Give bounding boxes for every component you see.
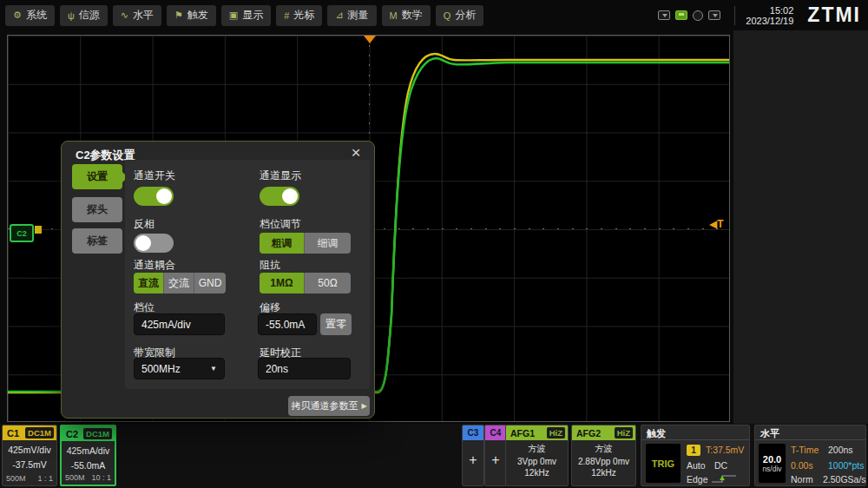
c2-ground-marker[interactable]: C2 [10, 224, 34, 242]
menu-source[interactable]: ψ信源 [60, 5, 108, 26]
menu-trigger-label: 触发 [187, 8, 208, 23]
channel2-bandwidth: 500M [65, 473, 85, 482]
timebase-unit: ns/div [762, 465, 781, 473]
fine-option[interactable]: 细调 [305, 233, 351, 254]
arrow-right-icon: ▶ [361, 402, 366, 410]
math-icon: M [390, 10, 398, 21]
afg1-frequency: 12kHz [506, 468, 568, 478]
trigger-panel[interactable]: 触发 TRIG 1 Auto Edge T:37.5mV DC [641, 425, 750, 486]
fifty-ohm-option[interactable]: 50Ω [305, 273, 351, 293]
menu-analyze-label: 分析 [455, 8, 476, 23]
antenna-icon: ψ [68, 10, 75, 21]
channel3-id: C3 [463, 425, 483, 440]
trigger-coupling: DC [714, 460, 727, 471]
cursor-grid-icon: # [284, 10, 289, 21]
flag-icon: ⚑ [174, 10, 183, 21]
menu-cursor-label: 光标 [293, 8, 314, 23]
deskew-input[interactable]: 20ns [258, 358, 351, 379]
scale-input[interactable]: 425mA/div [134, 313, 225, 335]
channel3-add-button[interactable]: + [463, 452, 483, 468]
mouse-icon[interactable] [693, 10, 703, 21]
afg2-waveform: 方波 [572, 443, 635, 455]
afg1-box[interactable]: AFG1 HiZ 方波 3Vpp 0mv 12kHz [505, 425, 569, 486]
waveform-icon: ∿ [121, 10, 128, 21]
horizontal-panel-title: 水平 [755, 425, 865, 440]
one-megohm-option[interactable]: 1MΩ [260, 273, 305, 293]
channel-switch-label: 通道开关 [134, 168, 175, 183]
menu-measure-label: 测量 [348, 8, 369, 23]
brand-logo: ZTMI [807, 3, 861, 27]
afg2-frequency: 12kHz [572, 468, 635, 478]
menu-source-label: 信源 [79, 8, 100, 23]
channel-display-toggle[interactable] [260, 187, 299, 206]
channel1-box[interactable]: C1 DC1M 425mV/div -37.5mV 500M 1 : 1 [2, 425, 57, 486]
tab-probe[interactable]: 探头 [72, 197, 122, 222]
coarse-option[interactable]: 粗调 [260, 233, 305, 254]
dc-option[interactable]: 直流 [134, 273, 164, 293]
toggle-knob [282, 188, 298, 204]
afg1-mode-badge: HiZ [547, 427, 565, 439]
afg2-box[interactable]: AFG2 HiZ 方波 2.88Vpp 0mv 12kHz [571, 425, 636, 486]
timebase-box: 20.0 ns/div [759, 444, 786, 483]
dialog-content: 通道开关 通道显示 反相 档位调节 粗调 细调 通道耦合 直流 交流 GND 阻… [125, 160, 370, 389]
impedance-segment: 1MΩ 50Ω [260, 273, 351, 293]
divider [734, 6, 735, 25]
trigger-mode: Auto [687, 460, 706, 471]
copy-params-button[interactable]: 拷贝通道参数至 ▶ [288, 396, 370, 416]
menu-analyze[interactable]: Q分析 [436, 5, 484, 26]
channel-switch-toggle[interactable] [134, 187, 174, 206]
copy-params-label: 拷贝通道参数至 [291, 399, 358, 412]
afg1-id: AFG1 [509, 428, 535, 439]
system-status-icons [658, 10, 720, 21]
afg1-waveform: 方波 [506, 443, 568, 455]
afg2-mode-badge: HiZ [615, 427, 633, 439]
channel2-id: C2 [64, 429, 78, 439]
menu-display-label: 显示 [242, 8, 263, 23]
channel3-box[interactable]: C3 + [462, 425, 484, 486]
menu-display[interactable]: ▣显示 [221, 5, 271, 26]
menu-system-label: 系统 [26, 8, 47, 23]
triangle-ruler-icon: ⊿ [335, 10, 343, 21]
acquisition-mode: Norm [791, 474, 813, 485]
trigger-level-marker[interactable]: ◀T [709, 218, 724, 230]
clock-time: 15:02 [746, 5, 793, 16]
menu-math[interactable]: M数学 [382, 5, 431, 26]
trigger-position-marker[interactable] [364, 36, 376, 43]
bandwidth-dropdown[interactable]: 500MHz ▼ [134, 358, 225, 379]
channel2-box[interactable]: C2 DC1M 425mA/div -55.0mA 500M 10 : 1 [60, 425, 116, 486]
channel4-box[interactable]: C4 + [484, 425, 507, 486]
channel4-add-button[interactable]: + [485, 452, 506, 468]
afg2-header: AFG2 HiZ [572, 425, 635, 440]
display-output-icon[interactable] [658, 10, 670, 20]
ac-option[interactable]: 交流 [164, 273, 194, 293]
trigger-level: T:37.5mV [706, 445, 744, 455]
c2-settings-dialog: C2参数设置 × 设置 探头 标签 通道开关 通道显示 反相 档位调节 粗调 细… [61, 141, 375, 419]
afg1-amplitude: 3Vpp 0mv [506, 457, 568, 466]
usb-storage-icon[interactable] [675, 10, 687, 20]
tab-label[interactable]: 标签 [72, 228, 122, 254]
trigger-panel-title: 触发 [641, 425, 749, 440]
channel2-coupling-badge: DC1M [83, 428, 112, 439]
channel1-bandwidth: 500M [6, 474, 26, 483]
coupling-label: 通道耦合 [134, 258, 175, 273]
menu-cursor[interactable]: #光标 [276, 5, 322, 26]
menu-horizontal-label: 水平 [133, 8, 154, 23]
offset-input[interactable]: -55.0mA [258, 313, 317, 335]
gnd-option[interactable]: GND [194, 273, 226, 293]
menu-horizontal[interactable]: ∿水平 [113, 5, 161, 26]
scale-adjust-label: 档位调节 [260, 217, 301, 232]
bandwidth-value: 500MHz [141, 363, 181, 375]
tab-settings[interactable]: 设置 [72, 164, 122, 189]
invert-toggle[interactable] [134, 234, 174, 253]
menu-measure[interactable]: ⊿测量 [327, 5, 376, 26]
menu-system[interactable]: ⚙系统 [5, 5, 55, 26]
invert-label: 反相 [134, 217, 155, 232]
zero-button[interactable]: 置零 [320, 313, 352, 335]
right-side-panel [733, 30, 868, 424]
c1-ground-marker[interactable] [35, 226, 42, 234]
coupling-segment: 直流 交流 GND [134, 273, 226, 293]
channel2-offset: -55.0mA [62, 460, 115, 471]
horizontal-panel[interactable]: 水平 20.0 ns/div T-Time 200ns 0.00s 1000*p… [754, 425, 866, 486]
touch-icon[interactable] [708, 10, 720, 20]
menu-trigger[interactable]: ⚑触发 [167, 5, 216, 26]
